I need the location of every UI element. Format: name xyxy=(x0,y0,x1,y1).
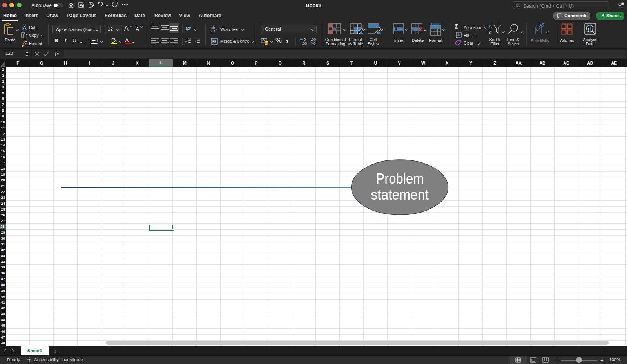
svg-text:Problem: Problem xyxy=(376,171,424,187)
svg-text:A: A xyxy=(489,24,492,29)
svg-text:Z: Z xyxy=(489,30,491,35)
svg-text:statement: statement xyxy=(371,187,429,203)
svg-text:c: c xyxy=(211,29,213,32)
svg-text:.00: .00 xyxy=(302,41,307,45)
svg-text:0: 0 xyxy=(314,41,315,45)
